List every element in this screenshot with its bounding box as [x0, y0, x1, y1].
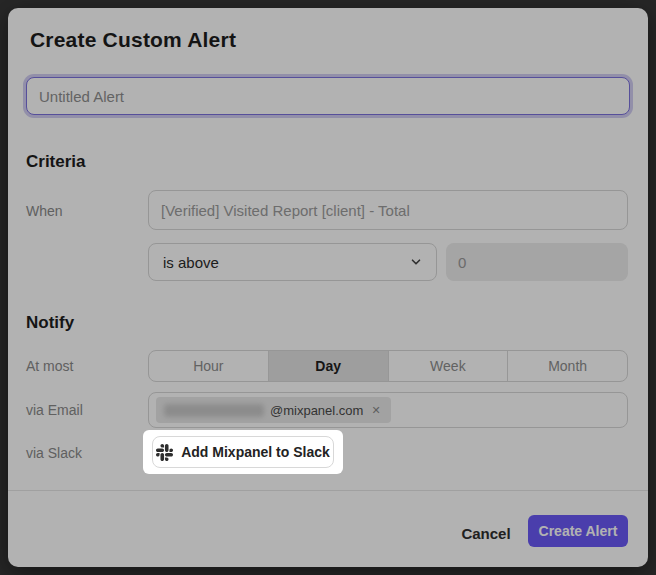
threshold-input[interactable]	[446, 243, 628, 281]
chevron-down-icon	[410, 256, 422, 268]
frequency-segmented-control: Hour Day Week Month	[148, 350, 628, 382]
remove-email-icon[interactable]: ✕	[369, 403, 382, 418]
when-label: When	[26, 203, 63, 219]
at-most-label: At most	[26, 358, 73, 374]
create-alert-dialog: Create Custom Alert Criteria When is abo…	[8, 8, 648, 567]
create-alert-button[interactable]: Create Alert	[528, 515, 628, 547]
add-mixpanel-to-slack-button[interactable]: Add Mixpanel to Slack	[152, 436, 334, 468]
cancel-button[interactable]: Cancel	[455, 518, 517, 548]
slack-icon	[156, 444, 173, 461]
redacted-email-user	[164, 404, 264, 417]
email-chip-domain: @mixpanel.com	[270, 403, 363, 418]
dialog-title: Create Custom Alert	[30, 28, 236, 52]
slack-button-label: Add Mixpanel to Slack	[181, 444, 330, 460]
criteria-heading: Criteria	[26, 152, 86, 172]
via-slack-label: via Slack	[26, 445, 82, 461]
operator-select[interactable]: is above	[148, 243, 437, 281]
frequency-option-hour[interactable]: Hour	[149, 351, 269, 381]
email-chip: @mixpanel.com ✕	[156, 397, 391, 423]
footer-divider	[8, 490, 648, 491]
via-email-label: via Email	[26, 402, 83, 418]
operator-select-value: is above	[163, 254, 219, 271]
email-recipients-field[interactable]: @mixpanel.com ✕	[148, 392, 628, 428]
frequency-option-day[interactable]: Day	[269, 351, 389, 381]
frequency-option-month[interactable]: Month	[508, 351, 627, 381]
slack-spotlight: Add Mixpanel to Slack	[143, 430, 343, 474]
metric-input[interactable]	[148, 190, 628, 230]
frequency-option-week[interactable]: Week	[389, 351, 509, 381]
alert-name-input[interactable]	[26, 77, 630, 115]
notify-heading: Notify	[26, 313, 74, 333]
screen-background: Create Custom Alert Criteria When is abo…	[0, 0, 656, 575]
